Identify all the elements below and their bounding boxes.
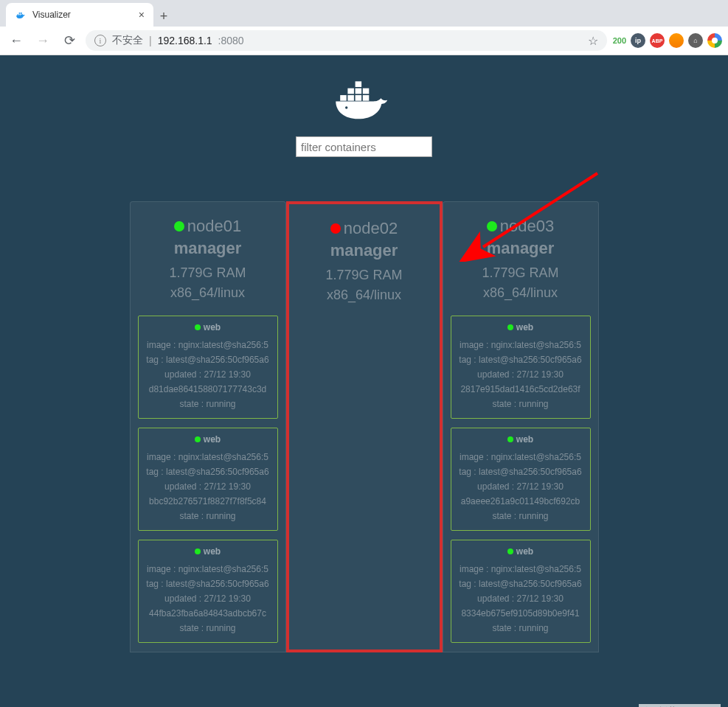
svg-rect-5 xyxy=(356,88,362,94)
gray-extension-icon[interactable]: ⌂ xyxy=(688,33,703,48)
insecure-label: 不安全 xyxy=(112,34,143,47)
running-dot-icon xyxy=(507,436,513,442)
status-dot-icon xyxy=(174,221,184,231)
container-image: image : nginx:latest@sha256:5 xyxy=(454,338,587,352)
node-card: node01manager1.779G RAMx86_64/linux webi… xyxy=(130,201,286,652)
running-dot-icon xyxy=(195,324,201,330)
watermark: 江念谨 ☁ 亿速云 xyxy=(639,704,721,707)
container-updated: updated : 27/12 19:30 xyxy=(454,592,587,605)
container-image: image : nginx:latest@sha256:5 xyxy=(142,563,274,576)
tab-bar: Visualizer × + xyxy=(0,0,728,27)
orange-extension-icon[interactable] xyxy=(669,33,684,48)
containers-list: webimage : nginx:latest@sha256:5tag : la… xyxy=(443,316,598,643)
node-name: node03 xyxy=(487,217,554,236)
node-card: node02manager1.779G RAMx86_64/linux xyxy=(286,201,443,652)
svg-rect-4 xyxy=(347,88,354,94)
running-dot-icon xyxy=(507,324,513,330)
container-state: state : running xyxy=(454,397,587,411)
chrome-extension-icon[interactable] xyxy=(707,33,722,48)
node-header: node03manager1.779G RAMx86_64/linux xyxy=(443,211,598,316)
container-id: a9aeee261a9c01149bcf692cb xyxy=(454,495,587,508)
container-image: image : nginx:latest@sha256:5 xyxy=(454,450,587,464)
ip-extension-icon[interactable]: ip xyxy=(631,33,645,48)
filter-input[interactable] xyxy=(296,136,432,157)
reload-button[interactable]: ⟳ xyxy=(59,30,80,51)
node-ram: 1.779G RAM xyxy=(451,265,591,281)
svg-rect-7 xyxy=(356,81,362,87)
container-name: web xyxy=(507,546,533,557)
address-bar: ← → ⟳ i 不安全 | 192.168.1.1:8080 ☆ 200 ip … xyxy=(0,27,728,55)
container-id: bbc92b276571f8827f7f8f5c84 xyxy=(142,495,274,508)
container-updated: updated : 27/12 19:30 xyxy=(142,368,274,381)
node-name: node01 xyxy=(174,217,241,236)
container-name: web xyxy=(195,434,221,445)
container-id: 44fba23fba6a84843adbcb67c xyxy=(142,607,274,620)
container-card[interactable]: webimage : nginx:latest@sha256:5tag : la… xyxy=(451,540,591,643)
container-state: state : running xyxy=(142,397,274,411)
status-dot-icon xyxy=(487,221,497,231)
extension-icons: 200 ip ABP ⌂ xyxy=(613,33,722,48)
node-ram: 1.779G RAM xyxy=(138,265,278,281)
container-card[interactable]: webimage : nginx:latest@sha256:5tag : la… xyxy=(451,428,591,531)
container-name: web xyxy=(195,546,221,557)
container-tag: tag : latest@sha256:50cf965a6 xyxy=(454,353,587,366)
node-card: node03manager1.779G RAMx86_64/linux webi… xyxy=(443,201,599,652)
running-dot-icon xyxy=(507,548,513,554)
bookmark-icon[interactable]: ☆ xyxy=(588,34,598,48)
running-dot-icon xyxy=(195,436,201,442)
svg-point-8 xyxy=(345,106,347,108)
container-tag: tag : latest@sha256:50cf965a6 xyxy=(142,353,274,366)
tab-title: Visualizer xyxy=(32,10,71,20)
container-card[interactable]: webimage : nginx:latest@sha256:5tag : la… xyxy=(138,540,278,643)
node-arch: x86_64/linux xyxy=(138,285,278,301)
container-name: web xyxy=(195,322,221,332)
container-updated: updated : 27/12 19:30 xyxy=(142,592,274,605)
visualizer-page: node01manager1.779G RAMx86_64/linux webi… xyxy=(0,55,728,707)
container-image: image : nginx:latest@sha256:5 xyxy=(454,563,587,576)
node-role: manager xyxy=(451,239,591,258)
url-port: :8080 xyxy=(218,35,244,46)
node-arch: x86_64/linux xyxy=(297,288,432,303)
node-role: manager xyxy=(297,241,432,260)
url-field[interactable]: i 不安全 | 192.168.1.1:8080 ☆ xyxy=(86,30,607,51)
container-image: image : nginx:latest@sha256:5 xyxy=(142,338,274,352)
container-updated: updated : 27/12 19:30 xyxy=(454,368,587,381)
container-state: state : running xyxy=(454,621,587,635)
container-updated: updated : 27/12 19:30 xyxy=(454,480,587,493)
container-name: web xyxy=(507,434,533,445)
container-updated: updated : 27/12 19:30 xyxy=(142,480,274,493)
svg-rect-2 xyxy=(356,95,362,101)
container-tag: tag : latest@sha256:50cf965a6 xyxy=(454,465,587,478)
containers-list: webimage : nginx:latest@sha256:5tag : la… xyxy=(131,316,285,643)
container-state: state : running xyxy=(454,509,587,523)
docker-logo xyxy=(0,77,728,122)
svg-rect-3 xyxy=(363,95,370,101)
tab-favicon xyxy=(15,9,27,21)
node-name: node02 xyxy=(330,219,398,238)
browser-tab[interactable]: Visualizer × xyxy=(6,3,153,27)
container-card[interactable]: webimage : nginx:latest@sha256:5tag : la… xyxy=(138,428,278,531)
svg-rect-0 xyxy=(340,95,347,101)
back-button[interactable]: ← xyxy=(6,30,27,51)
container-id: 8334eb675ef9105d89b0e9f41 xyxy=(454,607,587,620)
container-tag: tag : latest@sha256:50cf965a6 xyxy=(454,577,587,591)
node-ram: 1.779G RAM xyxy=(297,268,432,283)
svg-rect-1 xyxy=(347,95,354,101)
new-tab-button[interactable]: + xyxy=(153,6,174,27)
browser-chrome: Visualizer × + ← → ⟳ i 不安全 | 192.168.1.1… xyxy=(0,0,728,55)
adblock-extension-icon[interactable]: ABP xyxy=(650,33,665,48)
site-info-icon[interactable]: i xyxy=(94,35,106,46)
node-header: node01manager1.779G RAMx86_64/linux xyxy=(131,211,285,316)
container-card[interactable]: webimage : nginx:latest@sha256:5tag : la… xyxy=(138,316,278,419)
container-id: 2817e915dad1416c5cd2de63f xyxy=(454,383,587,396)
status-dot-icon xyxy=(330,223,341,234)
close-tab-icon[interactable]: × xyxy=(139,9,145,21)
container-state: state : running xyxy=(142,621,274,635)
container-card[interactable]: webimage : nginx:latest@sha256:5tag : la… xyxy=(451,316,591,419)
nodes-container: node01manager1.779G RAMx86_64/linux webi… xyxy=(0,201,728,652)
status-code-badge[interactable]: 200 xyxy=(613,33,626,48)
node-role: manager xyxy=(138,239,278,258)
url-host: 192.168.1.1 xyxy=(158,35,212,46)
running-dot-icon xyxy=(195,548,201,554)
forward-button[interactable]: → xyxy=(32,30,53,51)
